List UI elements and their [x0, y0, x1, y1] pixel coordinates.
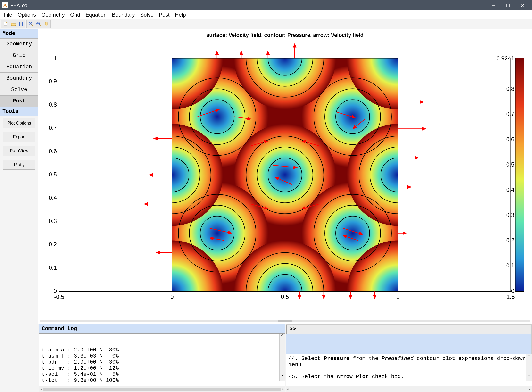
menu-help[interactable]: Help [173, 11, 188, 19]
svg-text:0.8: 0.8 [506, 85, 514, 92]
svg-text:0.6: 0.6 [506, 136, 514, 142]
svg-text:0.9241: 0.9241 [497, 55, 514, 62]
sidebar-tool-export[interactable]: Export [3, 132, 35, 142]
sidebar-tool-plot-options[interactable]: Plot Options [3, 118, 35, 128]
svg-text:0.3: 0.3 [506, 212, 514, 218]
plot-canvas[interactable]: 0 0.1 0.2 0.3 0.4 0.5 0.6 0.7 0.8 0.9 1 [40, 40, 530, 320]
svg-rect-9 [20, 22, 22, 24]
plot-title: surface: Velocity field, contour: Pressu… [40, 31, 530, 40]
svg-text:0: 0 [511, 288, 514, 294]
svg-text:0.7: 0.7 [506, 111, 514, 117]
svg-text:0.9: 0.9 [49, 78, 57, 84]
zoom-in-icon[interactable] [28, 21, 34, 27]
svg-text:0.5: 0.5 [506, 161, 514, 168]
sidebar-item-boundary[interactable]: Boundary [0, 73, 38, 84]
svg-rect-10 [20, 24, 22, 26]
sidebar-item-equation[interactable]: Equation [0, 61, 38, 73]
svg-text:-0.5: -0.5 [54, 293, 64, 300]
svg-rect-3 [507, 4, 509, 7]
command-prompt[interactable]: >> [286, 325, 531, 334]
svg-text:0.5: 0.5 [49, 171, 57, 178]
help-pane: >> 44. Select Pressure from the Predefin… [286, 324, 532, 392]
menu-geometry[interactable]: Geometry [39, 11, 67, 19]
svg-text:0.4: 0.4 [49, 194, 57, 201]
svg-text:0.4: 0.4 [506, 186, 514, 193]
sidebar-tools-header: Tools [0, 107, 38, 116]
command-log-pane: Command Log t-asm_a : 2.9e+00 \ 30% t-as… [39, 324, 285, 392]
command-log-header: Command Log [39, 324, 285, 334]
menu-post[interactable]: Post [157, 11, 172, 19]
sidebar-mode-header: Mode [0, 29, 38, 38]
sidebar-item-geometry[interactable]: Geometry [0, 38, 38, 50]
svg-text:0.1: 0.1 [506, 262, 514, 269]
sidebar-tool-plotly[interactable]: Plotly [3, 160, 35, 170]
svg-text:0.3: 0.3 [49, 218, 57, 224]
help-body[interactable]: 44. Select Pressure from the Predefined … [286, 354, 532, 386]
help-scrollbar-vertical[interactable]: ˄˅ [526, 354, 532, 381]
app-icon [2, 2, 8, 8]
close-button[interactable] [519, 2, 526, 9]
splitter-horizontal[interactable] [40, 320, 530, 322]
help-text: 44. Select Pressure from the Predefined … [289, 356, 529, 386]
svg-text:0.1: 0.1 [49, 264, 57, 271]
sidebar: Mode Geometry Grid Equation Boundary Sol… [0, 29, 38, 324]
plot-area: surface: Velocity field, contour: Pressu… [38, 29, 532, 324]
menu-solve[interactable]: Solve [138, 11, 155, 19]
command-log-body[interactable]: t-asm_a : 2.9e+00 \ 30% t-asm_f : 3.3e-0… [39, 334, 285, 386]
new-icon[interactable] [2, 21, 9, 27]
svg-text:0.2: 0.2 [506, 237, 514, 243]
svg-text:1.5: 1.5 [507, 293, 515, 300]
menu-options[interactable]: Options [16, 11, 38, 19]
svg-line-16 [39, 25, 41, 26]
sidebar-item-solve[interactable]: Solve [0, 84, 38, 95]
toolbar [0, 19, 532, 29]
menu-boundary[interactable]: Boundary [110, 11, 137, 19]
sidebar-item-grid[interactable]: Grid [0, 50, 38, 61]
svg-text:0.5: 0.5 [281, 293, 289, 300]
svg-line-12 [31, 25, 33, 26]
svg-text:0.6: 0.6 [49, 148, 57, 154]
svg-text:0: 0 [170, 293, 174, 300]
log-scrollbar-horizontal[interactable]: <> [39, 386, 285, 392]
svg-point-1 [5, 5, 6, 6]
command-log-text: t-asm_a : 2.9e+00 \ 30% t-asm_f : 3.3e-0… [42, 347, 282, 386]
zoom-out-icon[interactable] [35, 21, 42, 27]
menu-equation[interactable]: Equation [83, 11, 108, 19]
svg-rect-109 [515, 58, 524, 292]
svg-text:0.7: 0.7 [49, 125, 57, 131]
svg-text:0.2: 0.2 [49, 241, 57, 248]
menubar: File Options Geometry Grid Equation Boun… [0, 10, 532, 19]
svg-text:0: 0 [54, 288, 57, 294]
save-icon[interactable] [18, 21, 24, 27]
pan-icon[interactable] [43, 21, 50, 27]
menu-file[interactable]: File [2, 11, 14, 19]
sidebar-tool-paraview[interactable]: ParaView [3, 146, 35, 156]
open-icon[interactable] [10, 21, 17, 27]
window-title: FEATool [10, 3, 490, 8]
menu-grid[interactable]: Grid [68, 11, 82, 19]
svg-text:1: 1 [396, 293, 399, 300]
svg-text:1: 1 [54, 55, 57, 62]
minimize-button[interactable] [490, 2, 497, 9]
help-scrollbar-horizontal[interactable]: <> [286, 386, 532, 392]
titlebar: FEATool [0, 0, 532, 10]
maximize-button[interactable] [504, 2, 512, 9]
svg-text:0.8: 0.8 [49, 101, 57, 108]
sidebar-item-post[interactable]: Post [0, 95, 38, 107]
log-scrollbar-vertical[interactable]: ˄˅ [279, 334, 285, 381]
